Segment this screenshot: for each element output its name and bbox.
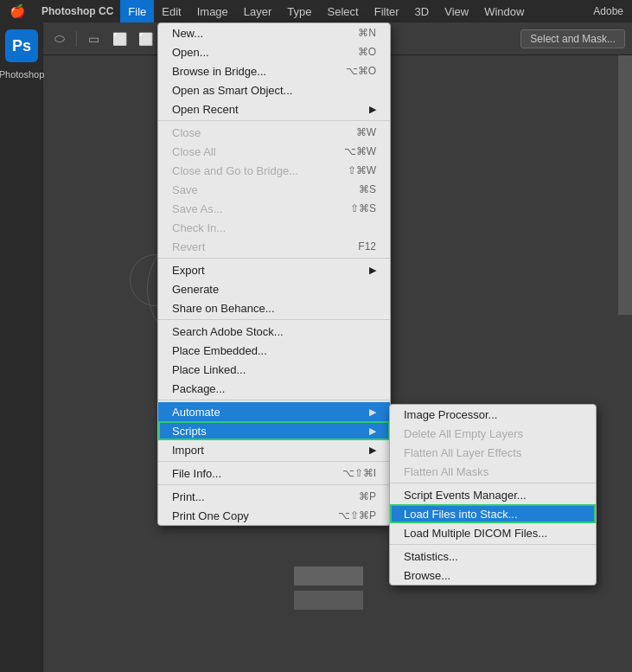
menu-browse-bridge-shortcut: ⌥⌘O <box>346 65 376 77</box>
menu-revert[interactable]: Revert F12 <box>158 237 390 256</box>
scripts-load-files-stack[interactable]: Load Files into Stack... <box>390 504 596 523</box>
menu-place-linked[interactable]: Place Linked... <box>158 360 390 379</box>
filter-menu-item[interactable]: Filter <box>367 0 407 22</box>
app-name: Photoshop CC <box>35 5 120 17</box>
toolbar-separator <box>76 31 77 47</box>
menu-place-embedded-label: Place Embedded... <box>172 344 267 357</box>
menu-import[interactable]: Import ▶ <box>158 440 390 459</box>
sep-5 <box>158 461 390 462</box>
scripts-flatten-effects-label: Flatten All Layer Effects <box>404 446 521 459</box>
sep-4 <box>158 400 390 400</box>
menu-open-label: Open... <box>172 46 209 59</box>
menu-revert-shortcut: F12 <box>358 240 376 253</box>
menu-open-smart[interactable]: Open as Smart Object... <box>158 80 390 99</box>
menu-share-behance-label: Share on Behance... <box>172 302 275 315</box>
sep-3 <box>158 319 390 320</box>
menu-automate-label: Automate <box>172 406 220 419</box>
scripts-delete-empty-layers[interactable]: Delete All Empty Layers <box>390 424 596 443</box>
menu-package-label: Package... <box>172 382 225 395</box>
scripts-arrow: ▶ <box>369 426 376 437</box>
scripts-browse-label: Browse... <box>404 569 450 582</box>
menu-open[interactable]: Open... ⌘O <box>158 42 390 61</box>
menu-open-smart-label: Open as Smart Object... <box>172 84 292 97</box>
menu-open-recent-label: Open Recent <box>172 103 239 116</box>
menu-close-label: Close <box>172 126 201 139</box>
menu-close-bridge-label: Close and Go to Bridge... <box>172 164 298 177</box>
menu-generate-label: Generate <box>172 283 219 296</box>
sep-1 <box>158 120 390 121</box>
scripts-load-dicom[interactable]: Load Multiple DICOM Files... <box>390 523 596 542</box>
lasso-tool-icon[interactable]: ⬭ <box>50 29 69 48</box>
menu-close[interactable]: Close ⌘W <box>158 123 390 142</box>
scripts-sep-2 <box>390 544 596 545</box>
image-menu-item[interactable]: Image <box>189 0 236 22</box>
menu-print-one[interactable]: Print One Copy ⌥⇧⌘P <box>158 506 390 525</box>
menu-export[interactable]: Export ▶ <box>158 260 390 279</box>
menu-close-all-label: Close All <box>172 145 216 158</box>
menu-save-as-label: Save As... <box>172 202 223 215</box>
brush-icon[interactable]: ⬜ <box>110 29 129 48</box>
menu-package[interactable]: Package... <box>158 379 390 398</box>
pen-icon[interactable]: ⬜ <box>136 29 155 48</box>
scripts-flatten-masks[interactable]: Flatten All Masks <box>390 462 596 481</box>
scripts-flatten-effects[interactable]: Flatten All Layer Effects <box>390 443 596 462</box>
menu-close-all[interactable]: Close All ⌥⌘W <box>158 142 390 161</box>
adobe-label: Adobe <box>584 5 632 17</box>
scripts-image-processor[interactable]: Image Processor... <box>390 405 596 424</box>
select-menu-item[interactable]: Select <box>320 0 367 22</box>
menu-save-as[interactable]: Save As... ⇧⌘S <box>158 199 390 218</box>
open-recent-arrow: ▶ <box>369 104 376 115</box>
menu-file-info[interactable]: File Info... ⌥⇧⌘I <box>158 464 390 483</box>
scripts-events-manager[interactable]: Script Events Manager... <box>390 485 596 504</box>
apple-menu-icon[interactable]: 🍎 <box>0 3 35 19</box>
menu-share-behance[interactable]: Share on Behance... <box>158 298 390 317</box>
menu-import-label: Import <box>172 444 204 457</box>
menu-place-embedded[interactable]: Place Embedded... <box>158 341 390 360</box>
menu-check-in-label: Check In... <box>172 221 226 234</box>
edit-menu-item[interactable]: Edit <box>154 0 188 22</box>
menu-print-shortcut: ⌘P <box>359 490 376 502</box>
menu-close-bridge[interactable]: Close and Go to Bridge... ⇧⌘W <box>158 161 390 180</box>
scripts-browse[interactable]: Browse... <box>390 566 596 585</box>
menu-browse-bridge-label: Browse in Bridge... <box>172 65 266 78</box>
menu-generate[interactable]: Generate <box>158 279 390 298</box>
menu-save[interactable]: Save ⌘S <box>158 180 390 199</box>
menu-revert-label: Revert <box>172 240 205 253</box>
selection-icon[interactable]: ▭ <box>84 29 103 48</box>
menu-open-recent[interactable]: Open Recent ▶ <box>158 99 390 118</box>
scripts-load-files-label: Load Files into Stack... <box>404 508 518 521</box>
menu-scripts[interactable]: Scripts ▶ <box>158 421 390 440</box>
export-arrow: ▶ <box>369 265 376 276</box>
menu-print-one-label: Print One Copy <box>172 509 249 522</box>
menu-close-shortcut: ⌘W <box>356 126 376 138</box>
menu-new-shortcut: ⌘N <box>358 27 376 39</box>
select-mask-button[interactable]: Select and Mask... <box>520 29 625 48</box>
menu-print-one-shortcut: ⌥⇧⌘P <box>338 509 376 522</box>
scripts-delete-empty-layers-label: Delete All Empty Layers <box>404 427 523 440</box>
window-menu-item[interactable]: Window <box>476 0 532 22</box>
ps-sidebar: Ps Photoshop <box>0 22 43 672</box>
view-menu-item[interactable]: View <box>437 0 476 22</box>
layer-menu-item[interactable]: Layer <box>236 0 280 22</box>
menu-scripts-label: Scripts <box>172 425 207 438</box>
file-menu-dropdown[interactable]: New... ⌘N Open... ⌘O Browse in Bridge...… <box>157 22 391 526</box>
menu-print[interactable]: Print... ⌘P <box>158 487 390 506</box>
sep-6 <box>158 484 390 485</box>
menu-new[interactable]: New... ⌘N <box>158 23 390 42</box>
menu-browse-bridge[interactable]: Browse in Bridge... ⌥⌘O <box>158 61 390 80</box>
menu-save-label: Save <box>172 183 198 196</box>
menu-check-in[interactable]: Check In... <box>158 218 390 237</box>
file-menu-item[interactable]: File <box>120 0 154 22</box>
3d-menu-item[interactable]: 3D <box>407 0 437 22</box>
menu-search-stock[interactable]: Search Adobe Stock... <box>158 322 390 341</box>
menu-automate[interactable]: Automate ▶ <box>158 402 390 421</box>
type-menu-item[interactable]: Type <box>279 0 319 22</box>
menu-close-bridge-shortcut: ⇧⌘W <box>348 164 376 176</box>
scripts-statistics[interactable]: Statistics... <box>390 547 596 566</box>
menu-search-stock-label: Search Adobe Stock... <box>172 325 284 338</box>
sep-2 <box>158 258 390 259</box>
menu-file-info-shortcut: ⌥⇧⌘I <box>342 467 376 479</box>
scripts-sep-1 <box>390 483 596 483</box>
scripts-submenu[interactable]: Image Processor... Delete All Empty Laye… <box>389 404 597 586</box>
canvas-rect-1 <box>294 566 363 586</box>
